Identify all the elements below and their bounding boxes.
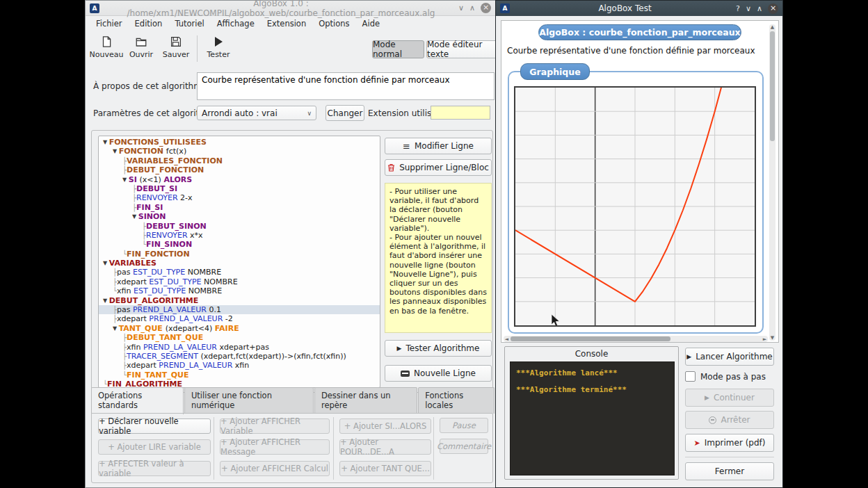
maximize-icon[interactable]: ∧ bbox=[469, 4, 475, 12]
menu-affichage[interactable]: Affichage bbox=[211, 17, 261, 31]
params-select[interactable]: Arrondi auto : vrai ∨ bbox=[197, 106, 316, 120]
minimize-icon[interactable]: ∨ bbox=[458, 4, 464, 12]
main-window-title: AlgoBox 1.0 : /home/xm1/NEWCOMPIL/algobo… bbox=[104, 0, 458, 18]
tree-token: DEBUT_SI bbox=[136, 184, 177, 193]
tree-row[interactable]: ▼ FONCTIONS_UTILISEES bbox=[99, 138, 380, 147]
graph-canvas[interactable] bbox=[514, 86, 756, 327]
tree-row[interactable]: └FIN_TANT_QUE bbox=[99, 371, 380, 380]
maximize-icon[interactable]: ∧ bbox=[757, 5, 762, 13]
scroll-right-icon[interactable]: ► bbox=[762, 336, 768, 342]
panel-button[interactable]: + Ajouter POUR...DE...A bbox=[339, 439, 431, 455]
expand-icon[interactable]: ▼ bbox=[103, 298, 109, 304]
panel-button[interactable]: + Ajouter TANT QUE... bbox=[339, 461, 431, 476]
minimize-icon[interactable]: ∨ bbox=[746, 5, 751, 13]
about-textarea[interactable]: Courbe représentative d'une fonction déf… bbox=[197, 72, 495, 100]
expand-icon[interactable]: ▼ bbox=[122, 177, 129, 183]
close-button[interactable]: Fermer bbox=[685, 462, 774, 480]
tab-opérations[interactable]: Opérations standards bbox=[91, 387, 184, 414]
tree-row[interactable]: └FIN_FONCTION bbox=[99, 250, 380, 259]
help-icon[interactable]: ? bbox=[736, 5, 740, 13]
tree-row[interactable]: ├RENVOYER x*x bbox=[99, 231, 380, 240]
extension-input[interactable] bbox=[431, 106, 490, 120]
tree-row[interactable]: ├xdepart EST_DU_TYPE NOMBRE bbox=[99, 277, 380, 286]
tab-utiliser[interactable]: Utiliser une fonction numérique bbox=[184, 387, 314, 414]
menu-aide[interactable]: Aide bbox=[356, 17, 386, 31]
expand-icon[interactable]: ▼ bbox=[132, 213, 138, 220]
scroll-down-icon[interactable]: ▼ bbox=[769, 335, 775, 341]
tree-row[interactable]: ├pas PREND_LA_VALEUR 0.1 bbox=[99, 305, 380, 314]
tree-row[interactable]: ├DEBUT_TANT_QUE bbox=[99, 333, 380, 342]
expand-icon[interactable]: ▼ bbox=[103, 260, 109, 266]
horizontal-scrollbar[interactable]: ◄ ► bbox=[504, 336, 768, 342]
mode-editor-button[interactable]: Mode éditeur texte bbox=[426, 40, 504, 58]
panel-button[interactable]: + Ajouter SI...ALORS bbox=[339, 418, 431, 434]
new-button[interactable]: Nouveau bbox=[90, 34, 123, 63]
modify-line-button[interactable]: ≡ Modifier Ligne bbox=[385, 138, 492, 154]
menu-edition[interactable]: Edition bbox=[129, 17, 169, 31]
expand-icon[interactable]: ▼ bbox=[103, 139, 109, 145]
scrollbar-thumb[interactable] bbox=[770, 31, 775, 141]
run-algorithm-button[interactable]: ▶ Lancer Algorithme bbox=[685, 348, 774, 366]
tree-row[interactable]: ├DEBUT_SI bbox=[99, 184, 380, 193]
tree-row[interactable]: ├xdepart PREND_LA_VALEUR -2 bbox=[99, 314, 380, 323]
hamburger-icon: ≡ bbox=[403, 141, 410, 152]
scroll-left-icon[interactable]: ◄ bbox=[504, 336, 510, 342]
tree-row[interactable]: ├FIN_SI bbox=[99, 203, 380, 212]
tree-row[interactable]: └xfin EST_DU_TYPE NOMBRE bbox=[99, 286, 380, 295]
print-pdf-button[interactable]: ➤ Imprimer (pdf) bbox=[685, 434, 774, 452]
algorithm-name-badge: AlgoBox : courbe_fonction_par_morceaux bbox=[538, 24, 741, 40]
tree-row[interactable]: ▼ DEBUT_ALGORITHME bbox=[99, 296, 380, 305]
open-button[interactable]: Ouvrir bbox=[126, 34, 156, 63]
panel-button[interactable]: Pause bbox=[440, 418, 488, 433]
menu-extension[interactable]: Extension bbox=[261, 17, 312, 31]
panel-button[interactable]: + Ajouter AFFICHER Calcul bbox=[220, 461, 330, 476]
expand-icon[interactable]: ▼ bbox=[113, 325, 119, 332]
tree-token: FONCTIONS_UTILISEES bbox=[109, 138, 207, 147]
test-button[interactable]: Tester bbox=[202, 34, 234, 63]
tab-dessiner[interactable]: Dessiner dans un repère bbox=[314, 387, 417, 414]
save-button[interactable]: Sauver bbox=[159, 34, 193, 63]
algorithm-tree[interactable]: ▼ FONCTIONS_UTILISEES▼ FONCTION fct(x)├V… bbox=[98, 136, 380, 388]
change-button[interactable]: Changer bbox=[326, 105, 364, 121]
tree-row[interactable]: ▼ FONCTION fct(x) bbox=[99, 147, 380, 156]
panel-button[interactable]: + Ajouter AFFICHER Message bbox=[220, 439, 330, 455]
panel-button[interactable]: + Ajouter AFFICHER Variable bbox=[220, 418, 330, 434]
tree-row[interactable]: └FIN_SINON bbox=[99, 240, 380, 249]
tree-row[interactable]: ▼ VARIABLES bbox=[99, 259, 380, 268]
vertical-scrollbar[interactable]: ▲ ▼ bbox=[769, 24, 775, 341]
tree-row[interactable]: ├VARIABLES_FONCTION bbox=[99, 156, 380, 165]
close-icon[interactable]: × bbox=[768, 3, 778, 14]
tree-token: xdepart bbox=[117, 314, 149, 323]
panel-button[interactable]: + Ajouter LIRE variable bbox=[98, 439, 211, 455]
mode-normal-button[interactable]: Mode normal bbox=[372, 40, 424, 58]
tree-row[interactable]: ▼ SI (x<1) ALORS bbox=[99, 175, 380, 184]
tree-row[interactable]: ├pas EST_DU_TYPE NOMBRE bbox=[99, 268, 380, 277]
tree-row[interactable]: ▼ TANT_QUE (xdepart<4) FAIRE bbox=[99, 324, 380, 333]
continue-button[interactable]: ▶ Continuer bbox=[685, 389, 774, 407]
menu-fichier[interactable]: Fichier bbox=[90, 17, 129, 31]
console-group: Console ***Algorithme lancé******Algorit… bbox=[504, 346, 679, 480]
new-line-button[interactable]: Nouvelle Ligne bbox=[385, 365, 492, 382]
scroll-up-icon[interactable]: ▲ bbox=[769, 24, 775, 30]
tree-row[interactable]: ├DEBUT_FONCTION bbox=[99, 165, 380, 174]
tree-row[interactable]: ├RENVOYER 2-x bbox=[99, 193, 380, 202]
tree-row[interactable]: ├xdepart PREND_LA_VALEUR xfin bbox=[99, 361, 380, 370]
close-icon[interactable]: × bbox=[481, 3, 491, 13]
tree-token: xdepart bbox=[127, 361, 159, 370]
panel-button[interactable]: + AFFECTER valeur à variable bbox=[98, 461, 211, 476]
test-algorithm-button[interactable]: ▶ Tester Algorithme bbox=[385, 340, 492, 357]
menu-tutoriel[interactable]: Tutoriel bbox=[168, 17, 210, 31]
panel-button[interactable]: Commentaire bbox=[440, 439, 488, 454]
tree-row[interactable]: ├TRACER_SEGMENT (xdepart,fct(xdepart))->… bbox=[99, 352, 380, 361]
tab-fonctions[interactable]: Fonctions locales bbox=[418, 387, 495, 414]
step-mode-checkbox[interactable] bbox=[685, 371, 696, 382]
tree-row[interactable]: ├xfin PREND_LA_VALEUR xdepart+pas bbox=[99, 343, 380, 352]
expand-icon[interactable]: ▼ bbox=[113, 148, 119, 154]
delete-line-button[interactable]: Supprimer Ligne/Bloc bbox=[385, 159, 492, 176]
menu-options[interactable]: Options bbox=[312, 17, 355, 31]
stop-button[interactable]: Arrêter bbox=[685, 411, 774, 429]
panel-button[interactable]: + Déclarer nouvelle variable bbox=[98, 418, 211, 434]
tree-row[interactable]: ▼ SINON bbox=[99, 212, 380, 221]
scrollbar-thumb[interactable] bbox=[511, 336, 670, 341]
tree-row[interactable]: ├DEBUT_SINON bbox=[99, 222, 380, 231]
